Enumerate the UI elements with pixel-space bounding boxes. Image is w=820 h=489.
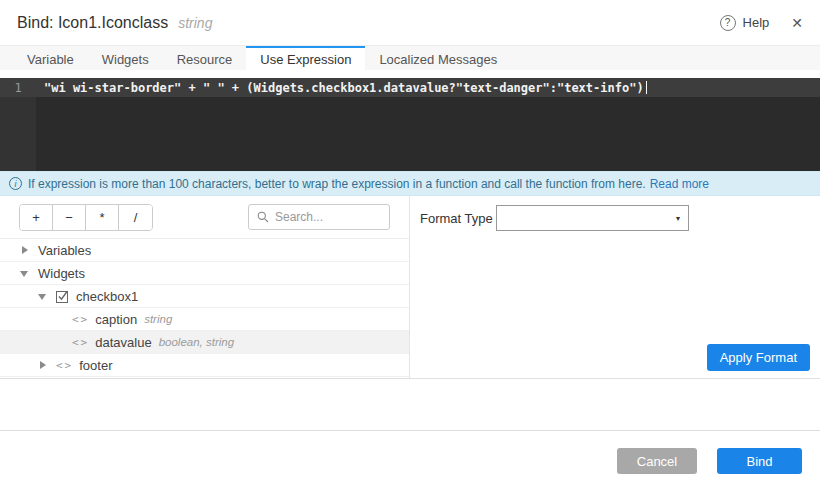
tree-item-type: boolean, string xyxy=(159,336,234,348)
operator-toolbar: + − * / xyxy=(0,196,409,239)
chevron-down-icon[interactable] xyxy=(20,269,29,278)
plus-operator-button[interactable]: + xyxy=(20,205,53,230)
dialog-header: Bind: Icon1.Iconclass string ? Help ✕ xyxy=(0,0,820,45)
cancel-button[interactable]: Cancel xyxy=(617,448,697,474)
tab-resource[interactable]: Resource xyxy=(163,46,247,70)
bind-button[interactable]: Bind xyxy=(717,448,802,474)
property-icon: <> xyxy=(72,313,89,326)
checkbox-widget-icon xyxy=(56,290,69,303)
multiply-operator-button[interactable]: * xyxy=(86,205,119,230)
read-more-link[interactable]: Read more xyxy=(650,177,709,191)
chevron-right-icon[interactable] xyxy=(38,361,47,370)
tab-localized-messages[interactable]: Localized Messages xyxy=(365,46,511,70)
divide-operator-button[interactable]: / xyxy=(119,205,152,230)
operator-button-group: + − * / xyxy=(19,204,153,231)
tree-item-label: datavalue xyxy=(95,335,151,350)
tree-item-label: caption xyxy=(95,312,137,327)
format-panel: Format Type ▾ Apply Format xyxy=(410,196,820,378)
dialog-title: Bind: Icon1.Iconclass xyxy=(17,14,168,32)
line-number: 1 xyxy=(0,81,36,95)
tree-item-label: Widgets xyxy=(38,266,85,281)
tree-item-label: footer xyxy=(79,358,112,373)
close-icon[interactable]: ✕ xyxy=(791,15,803,31)
panels-area: + − * / Variables xyxy=(0,196,820,379)
tree-item-checkbox1[interactable]: checkbox1 xyxy=(0,285,409,308)
tree-item-variables[interactable]: Variables xyxy=(0,239,409,262)
tree-item-widgets[interactable]: Widgets xyxy=(0,262,409,285)
text-cursor xyxy=(646,81,647,94)
tree-item-label: Variables xyxy=(38,243,91,258)
tab-variable[interactable]: Variable xyxy=(13,46,88,70)
tree-item-label: checkbox1 xyxy=(76,289,138,304)
tree-item-footer[interactable]: <> footer xyxy=(0,354,409,377)
info-message: If expression is more than 100 character… xyxy=(28,177,646,191)
expression-builder-panel: + − * / Variables xyxy=(0,196,410,378)
format-type-dropdown[interactable]: ▾ xyxy=(496,205,689,231)
expression-code-editor[interactable]: 1 "wi wi-star-border" + " " + (Widgets.c… xyxy=(0,78,820,171)
apply-format-button[interactable]: Apply Format xyxy=(707,344,810,371)
chevron-down-icon[interactable] xyxy=(38,292,47,301)
info-icon: i xyxy=(9,177,22,190)
search-box[interactable] xyxy=(248,204,390,230)
format-type-row: Format Type ▾ xyxy=(410,196,820,231)
tab-widgets[interactable]: Widgets xyxy=(88,46,163,70)
minus-operator-button[interactable]: − xyxy=(53,205,86,230)
tab-use-expression[interactable]: Use Expression xyxy=(246,46,365,70)
property-icon: <> xyxy=(56,359,73,372)
dialog-subtitle-type: string xyxy=(178,15,212,31)
help-link[interactable]: Help xyxy=(743,15,770,30)
binding-tree: Variables Widgets checkbox1 xyxy=(0,239,409,377)
info-bar: i If expression is more than 100 charact… xyxy=(0,171,820,196)
editor-active-line[interactable]: 1 "wi wi-star-border" + " " + (Widgets.c… xyxy=(0,78,820,97)
search-icon xyxy=(257,211,269,223)
property-icon: <> xyxy=(72,336,89,349)
help-icon[interactable]: ? xyxy=(720,15,736,31)
tree-item-caption[interactable]: <> caption string xyxy=(0,308,409,331)
header-actions: ? Help ✕ xyxy=(720,15,803,31)
chevron-down-icon: ▾ xyxy=(676,214,680,223)
format-type-label: Format Type xyxy=(420,211,496,226)
dialog-footer: Cancel Bind xyxy=(0,430,820,489)
tree-item-type: string xyxy=(144,313,172,325)
chevron-right-icon[interactable] xyxy=(20,246,29,255)
search-input[interactable] xyxy=(275,210,381,224)
expression-code[interactable]: "wi wi-star-border" + " " + (Widgets.che… xyxy=(36,81,644,95)
tab-bar: Variable Widgets Resource Use Expression… xyxy=(0,45,820,70)
tree-item-datavalue[interactable]: <> datavalue boolean, string xyxy=(0,331,409,354)
bind-dialog: Bind: Icon1.Iconclass string ? Help ✕ Va… xyxy=(0,0,820,489)
